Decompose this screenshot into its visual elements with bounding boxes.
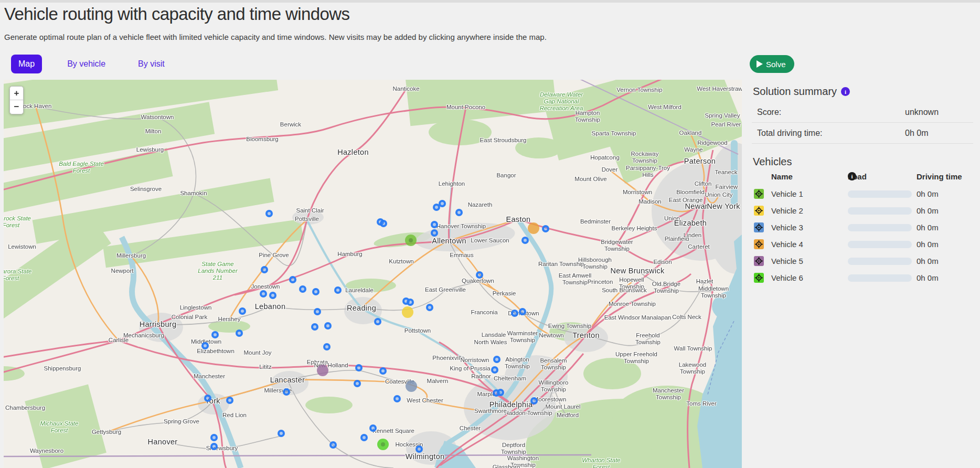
visit-marker[interactable] — [211, 331, 219, 338]
tab-by-vehicle[interactable]: By vehicle — [60, 55, 113, 73]
visit-marker[interactable] — [476, 271, 483, 279]
map-label: Moorestown — [534, 396, 567, 403]
visit-marker[interactable] — [204, 395, 211, 402]
map-label: Lower Saucon — [471, 237, 509, 244]
map-label: Red Lion — [222, 412, 247, 419]
visit-marker[interactable] — [355, 364, 363, 371]
visit-marker[interactable] — [289, 276, 296, 283]
visit-marker[interactable] — [374, 318, 381, 325]
info-icon[interactable]: i — [841, 87, 850, 96]
visit-marker[interactable] — [239, 307, 246, 315]
map-label: Bedminster — [580, 218, 611, 225]
visit-marker[interactable] — [542, 225, 549, 232]
map-label: Medford — [557, 412, 579, 419]
visit-marker[interactable] — [311, 323, 318, 331]
visit-marker[interactable] — [283, 388, 290, 396]
map-label: Vernon Township — [615, 87, 664, 93]
load-info-icon[interactable]: i — [848, 172, 856, 180]
map-canvas[interactable]: ​ — [4, 80, 742, 468]
visit-marker[interactable] — [360, 434, 368, 441]
map-label: Deptford Township — [489, 442, 538, 455]
visit-marker[interactable] — [393, 395, 401, 402]
map-label: Wilmington — [406, 452, 445, 461]
vehicle-color-icon — [754, 222, 764, 232]
map-label: Quakertown — [462, 278, 494, 284]
visit-marker[interactable] — [407, 299, 414, 306]
visit-marker[interactable] — [369, 424, 377, 432]
visit-marker[interactable] — [521, 237, 529, 244]
map-label: Pottstown — [404, 327, 431, 334]
visit-marker[interactable] — [491, 366, 498, 374]
visit-marker[interactable] — [431, 229, 438, 237]
visit-marker[interactable] — [269, 292, 276, 299]
visit-marker[interactable] — [278, 430, 285, 437]
visit-marker[interactable] — [324, 322, 332, 329]
map-label: Reading — [347, 304, 376, 313]
visit-marker[interactable] — [261, 266, 268, 273]
crosshairs-icon — [754, 273, 763, 282]
vehicle-driving-time: 0h 0m — [917, 223, 939, 232]
vehicle-depot-marker[interactable] — [317, 365, 328, 376]
vehicle-load-bar — [848, 241, 912, 248]
vehicle-depot-marker[interactable] — [405, 235, 417, 246]
map-label: Emmaus — [450, 252, 473, 259]
visit-marker[interactable] — [493, 356, 500, 363]
visit-marker[interactable] — [312, 288, 319, 295]
map-label: Pine Grove — [259, 252, 289, 259]
visit-marker[interactable] — [226, 397, 233, 404]
visit-marker[interactable] — [431, 221, 438, 228]
vehicle-name: Vehicle 5 — [771, 257, 803, 265]
map-label: Freehold Township — [624, 332, 672, 346]
map-label: Michaux State Forest — [35, 420, 83, 434]
map-label: King of Prussia — [450, 365, 490, 372]
vehicle-depot-marker[interactable] — [377, 439, 389, 450]
play-icon — [756, 60, 763, 68]
depot-center-dot — [381, 442, 385, 446]
visit-marker[interactable] — [210, 443, 218, 450]
visit-marker[interactable] — [201, 342, 209, 349]
visit-marker[interactable] — [260, 290, 267, 297]
map-label: Manchester Township — [644, 387, 693, 401]
map-label: Perkasie — [493, 290, 516, 297]
vehicles-table-header: Name Load i Driving time — [742, 172, 980, 186]
map-label: Laureldale — [345, 287, 374, 294]
zoom-out-button[interactable]: − — [10, 100, 23, 114]
map-label: West Chester — [407, 397, 443, 404]
visit-marker[interactable] — [416, 445, 423, 453]
visit-marker[interactable] — [455, 209, 463, 216]
crosshairs-icon — [754, 240, 763, 249]
visit-marker[interactable] — [380, 220, 387, 227]
visit-marker[interactable] — [530, 397, 538, 405]
visit-marker[interactable] — [426, 304, 433, 311]
map-label: Easton — [506, 215, 531, 224]
visit-marker[interactable] — [354, 380, 361, 387]
map-label: Lewisburg — [136, 146, 164, 153]
visit-marker[interactable] — [236, 329, 243, 337]
visit-marker[interactable] — [439, 200, 446, 207]
visit-marker[interactable] — [210, 434, 218, 441]
tab-map[interactable]: Map — [11, 55, 42, 73]
vehicle-depot-marker[interactable] — [406, 380, 417, 392]
map-label: Elizabeth — [674, 219, 707, 228]
visit-marker[interactable] — [379, 367, 387, 375]
visit-marker[interactable] — [497, 389, 504, 396]
map-label: Harrisburg — [140, 320, 177, 329]
visit-marker[interactable] — [265, 210, 273, 217]
map-label: Manalapan — [642, 314, 672, 321]
vehicle-name: Vehicle 2 — [771, 206, 803, 215]
vehicle-depot-marker[interactable] — [528, 222, 539, 234]
visit-marker[interactable] — [511, 310, 518, 317]
zoom-in-button[interactable]: + — [10, 87, 23, 100]
visit-marker[interactable] — [299, 285, 306, 293]
map-label: Haddon Township — [504, 410, 552, 417]
map-label: Rockaway Township — [621, 151, 669, 164]
visit-marker[interactable] — [334, 286, 342, 294]
solve-button[interactable]: Solve — [750, 55, 794, 73]
vehicle-depot-marker[interactable] — [402, 306, 413, 318]
visit-marker[interactable] — [329, 441, 337, 449]
visit-marker[interactable] — [323, 343, 331, 350]
vehicle-load-bar — [848, 224, 912, 231]
visit-marker[interactable] — [519, 308, 526, 315]
visit-marker[interactable] — [314, 308, 321, 315]
tab-by-visit[interactable]: By visit — [131, 55, 172, 73]
